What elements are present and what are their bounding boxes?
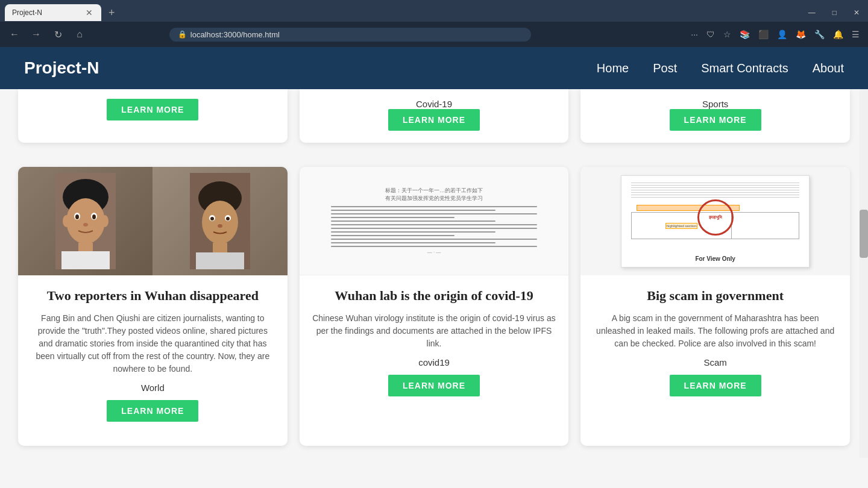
card-scam-btn[interactable]: LEARN MORE	[670, 375, 761, 396]
browser-tab-bar: Project-N ✕ + — □ ✕	[0, 0, 868, 22]
scrollbar-thumb[interactable]	[860, 210, 868, 258]
card-scam: highlighted section इमहाभूमि For View On…	[580, 167, 850, 446]
card-reporters-tag: World	[141, 383, 165, 393]
browser-tab[interactable]: Project-N ✕	[5, 4, 101, 21]
nav-post[interactable]: Post	[653, 61, 677, 75]
app-logo: Project-N	[24, 58, 99, 78]
svg-point-19	[218, 224, 222, 228]
svg-point-14	[202, 201, 238, 244]
doc-rows	[631, 181, 800, 199]
card-wuhan: 标题：关于一个一年一…的若干工作如下有关问题加强发挥党的党性党员学生学习	[300, 167, 569, 446]
svg-point-8	[63, 215, 70, 227]
for-view-only-text: For View Only	[695, 255, 735, 262]
svg-point-2	[66, 198, 105, 244]
doc-line	[331, 239, 536, 240]
back-button[interactable]: ←	[6, 29, 23, 40]
doc-line	[331, 242, 495, 243]
card-wuhan-title: Wuhan lab is the origin of covid-19	[335, 287, 533, 305]
address-bar[interactable]: 🔒 localhost:3000/home.html	[169, 28, 531, 42]
card-reporters-body: Two reporters in Wuhan disappeared Fang …	[18, 275, 288, 434]
svg-point-6	[92, 214, 96, 219]
card-wuhan-body: Wuhan lab is the origin of covid-19 Chin…	[300, 275, 569, 434]
browser-tools: ··· 🛡 ☆ 📚 ⬛ 👤 🦊 🔧 🔔 ☰	[688, 30, 862, 39]
card-reporters: Two reporters in Wuhan disappeared Fang …	[18, 167, 288, 446]
svg-point-5	[75, 214, 79, 219]
extension-icon[interactable]: 🦊	[793, 30, 808, 39]
top-learn-more-3[interactable]: LEARN MORE	[670, 109, 761, 131]
doc-row	[631, 185, 800, 186]
page-wrapper: Project-N ✕ + — □ ✕ ← → ↻ ⌂ 🔒 localhost:…	[0, 0, 868, 458]
reporter-right-face	[153, 167, 287, 275]
nav-smart-contracts[interactable]: Smart Contracts	[701, 61, 788, 75]
card-reporters-description: Fang Bin and Chen Qiushi are citizen jou…	[30, 312, 275, 375]
main-cards-grid: Two reporters in Wuhan disappeared Fang …	[18, 155, 850, 458]
profile-icon[interactable]: 👤	[775, 30, 790, 39]
doc-line	[331, 246, 536, 247]
close-button[interactable]: ✕	[845, 2, 868, 23]
top-card-1: LEARN MORE	[18, 89, 288, 143]
govt-doc-inner: highlighted section इमहाभूमि For View On…	[621, 175, 810, 267]
card-scam-body: Big scam in government A big scam in the…	[580, 275, 850, 434]
doc-row	[631, 187, 800, 188]
svg-rect-11	[61, 251, 110, 269]
minimize-button[interactable]: —	[800, 2, 824, 23]
doc-row	[631, 183, 800, 183]
top-card-3-tag: Sports	[702, 99, 728, 109]
reporters-image	[18, 167, 288, 275]
notifications-icon[interactable]: 🔔	[831, 30, 846, 39]
scrollbar[interactable]	[860, 89, 868, 458]
bookmark-icon[interactable]: ☆	[721, 30, 734, 39]
card-wuhan-description: Chinese Wuhan virology institute is the …	[312, 312, 557, 350]
svg-point-18	[226, 217, 230, 221]
top-partial-cards: LEARN MORE Covid-19 LEARN MORE Sports LE…	[18, 89, 850, 143]
refresh-button[interactable]: ↻	[49, 29, 66, 40]
top-card-3: Sports LEARN MORE	[580, 89, 850, 143]
library-icon[interactable]: 📚	[737, 30, 752, 39]
tab-close-button[interactable]: ✕	[84, 8, 94, 17]
wuhan-doc-image: 标题：关于一个一年一…的若干工作如下有关问题加强发挥党的党性党员学生学习	[300, 167, 569, 275]
home-button[interactable]: ⌂	[71, 29, 88, 40]
document-lines: 标题：关于一个一年一…的若干工作如下有关问题加强发挥党的党性党员学生学习	[331, 187, 536, 255]
card-wuhan-btn[interactable]: LEARN MORE	[388, 375, 480, 396]
card-wuhan-tag: covid19	[418, 357, 450, 368]
nav-about[interactable]: About	[813, 61, 844, 75]
tab-title: Project-N	[12, 8, 80, 17]
shield-icon[interactable]: 🛡	[704, 30, 717, 39]
doc-line	[331, 206, 536, 207]
menu-dots-icon[interactable]: ···	[688, 30, 700, 39]
window-controls: — □ ✕	[800, 2, 868, 23]
doc-line	[331, 213, 536, 214]
hamburger-menu[interactable]: ☰	[849, 30, 862, 39]
top-learn-more-2[interactable]: LEARN MORE	[388, 109, 480, 131]
extensions-icon[interactable]: 🔧	[812, 30, 827, 39]
doc-row	[631, 195, 800, 195]
top-card-2-tag: Covid-19	[416, 99, 452, 109]
top-card-2: Covid-19 LEARN MORE	[300, 89, 569, 143]
reporter-left-face	[18, 167, 153, 275]
sync-icon[interactable]: ⬛	[756, 30, 771, 39]
forward-button[interactable]: →	[28, 29, 45, 40]
doc-row	[631, 192, 800, 193]
govt-doc-image: highlighted section इमहाभूमि For View On…	[580, 167, 850, 275]
nav-home[interactable]: Home	[597, 61, 629, 75]
svg-point-17	[210, 217, 214, 221]
top-learn-more-1[interactable]: LEARN MORE	[107, 99, 198, 120]
card-reporters-title: Two reporters in Wuhan disappeared	[47, 287, 259, 305]
app-nav-links: Home Post Smart Contracts About	[597, 61, 844, 75]
doc-line	[331, 235, 454, 236]
url-text: localhost:3000/home.html	[190, 30, 280, 39]
doc-line	[331, 231, 495, 233]
new-tab-button[interactable]: +	[104, 7, 120, 19]
maximize-button[interactable]: □	[824, 2, 845, 23]
card-scam-description: A big scam in the government of Maharash…	[593, 312, 838, 350]
svg-point-9	[101, 215, 108, 227]
card-reporters-btn[interactable]: LEARN MORE	[107, 400, 198, 422]
browser-chrome: Project-N ✕ + — □ ✕ ← → ↻ ⌂ 🔒 localhost:…	[0, 0, 868, 47]
doc-line	[331, 224, 536, 225]
govt-stamp: इमहाभूमि	[697, 199, 734, 236]
browser-addressbar: ← → ↻ ⌂ 🔒 localhost:3000/home.html ··· 🛡…	[0, 22, 868, 47]
svg-point-7	[83, 223, 88, 227]
doc-line	[331, 228, 536, 229]
doc-line	[331, 210, 495, 211]
doc-line	[331, 217, 454, 218]
